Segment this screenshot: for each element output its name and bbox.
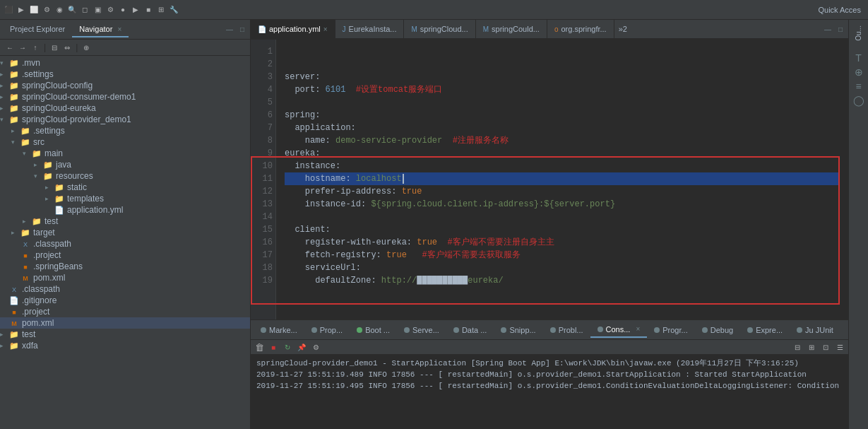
editor-area[interactable]: 12345678910111213141516171819 server: po… [251,40,848,319]
tree-arrow-mvn[interactable]: ▾ [0,59,8,66]
bottom-tab-4[interactable]: Data ... [446,323,494,337]
tree-arrow-xdfa[interactable]: ▸ [0,342,8,349]
toolbar-icon-1[interactable]: ⬛ [3,4,14,16]
toolbar-icon-8[interactable]: ▣ [92,4,103,16]
right-sidebar-icon-3[interactable]: ≡ [855,81,861,92]
bottom-tab-1[interactable]: Prop... [304,323,350,337]
console-layout-2[interactable]: ⊞ [806,341,817,353]
tree-arrow-springcloud-eureka[interactable]: ▸ [0,105,8,112]
bottom-tab-9[interactable]: Debug [695,323,740,337]
editor-tab-springcloud1[interactable]: M springCloud... [404,20,475,39]
tree-item-pom-xml[interactable]: Mpom.xml [0,272,250,283]
toolbar-icon-4[interactable]: ⚙ [41,4,52,16]
nav-up-icon[interactable]: ↑ [30,42,41,53]
navigator-close[interactable]: × [117,25,121,33]
tree-item-test[interactable]: ▸📁test [0,216,250,227]
editor-tab-application-yml[interactable]: 📄 application.yml × [251,20,335,39]
tree-item-application-yml[interactable]: 📄application.yml [0,204,250,216]
bottom-tab-3[interactable]: Serve... [397,323,446,337]
tree-item-classpath3[interactable]: X.classpath [0,283,250,295]
tree-arrow-templates[interactable]: ▸ [45,195,54,202]
toolbar-icon-11[interactable]: ▶ [130,4,141,16]
toolbar-icon-14[interactable]: 🔧 [168,4,179,16]
tab-overflow[interactable]: »2 [614,25,631,33]
bottom-tab-close-7[interactable]: × [636,325,640,333]
console-layout-4[interactable]: ☰ [834,341,845,353]
tree-arrow-resources[interactable]: ▾ [34,172,42,180]
nav-forward-icon[interactable]: → [17,42,28,53]
console-stop-icon[interactable]: ■ [268,341,279,353]
bottom-tab-8[interactable]: Progr... [647,323,694,337]
bottom-tab-6[interactable]: Probl... [543,323,590,337]
bottom-tab-11[interactable]: Ju JUnit [790,323,840,337]
tree-item-java[interactable]: ▸📁java [0,159,250,170]
tree-item-src[interactable]: ▾📁src [0,136,250,148]
tree-arrow-springcloud-provider[interactable]: ▾ [0,116,8,123]
toolbar-icon-7[interactable]: ◻ [79,4,90,16]
tree-item-resources[interactable]: ▾📁resources [0,170,250,182]
bottom-tab-2[interactable]: Boot ... [350,323,397,337]
tree-arrow-src[interactable]: ▾ [11,139,20,146]
editor-tab-orgspring[interactable]: o org.springfr... [547,20,614,39]
editor-minimize-icon[interactable]: — [823,24,833,34]
toolbar-icon-9[interactable]: ⚙ [105,4,116,16]
tree-item-project2[interactable]: ■.project [0,249,250,261]
toolbar-icon-6[interactable]: 🔍 [66,4,78,16]
tab-navigator[interactable]: Navigator × [72,22,129,37]
console-restart-icon[interactable]: ↻ [282,341,293,353]
tree-arrow-test2[interactable]: ▸ [0,331,8,338]
toolbar-icon-12[interactable]: ■ [143,4,154,16]
minimize-icon[interactable]: — [225,25,234,35]
editor-maximize-icon[interactable]: □ [836,24,845,34]
tree-arrow-java[interactable]: ▸ [34,161,42,168]
tree-item-gitignore[interactable]: 📄.gitignore [0,295,250,306]
tree-arrow-static[interactable]: ▸ [45,184,54,191]
tree-item-main[interactable]: ▾📁main [0,148,250,159]
tree-arrow-springcloud-consumer[interactable]: ▸ [0,93,8,100]
tree-item-pom-xml2[interactable]: Mpom.xml [0,317,250,329]
right-sidebar-icon-1[interactable]: T [855,52,862,64]
console-clear-icon[interactable]: 🗑 [254,341,265,353]
tree-item-static[interactable]: ▸📁static [0,182,250,193]
tree-item-springcloud-provider[interactable]: ▾📁springCloud-provider_demo1 [0,114,250,125]
console-layout-3[interactable]: ⊡ [820,341,831,353]
toolbar-icon-10[interactable]: ● [117,4,129,16]
collapse-all-icon[interactable]: ⊟ [49,42,60,53]
bottom-tab-7[interactable]: Cons...× [590,322,648,338]
right-sidebar-icon-4[interactable]: ◯ [853,95,864,106]
tree-item-classpath2[interactable]: X.classpath [0,238,250,249]
right-sidebar-icon-2[interactable]: ⊕ [855,66,863,78]
outline-label[interactable]: Ou... [855,23,862,44]
console-settings-icon[interactable]: ⚙ [310,341,321,353]
bottom-tab-10[interactable]: Expre... [740,323,790,337]
link-with-editor-icon[interactable]: ⇔ [61,42,73,53]
nav-back-icon[interactable]: ← [4,42,16,53]
tree-item-mvn[interactable]: ▾📁.mvn [0,57,250,69]
maximize-icon[interactable]: □ [237,25,247,35]
bottom-tab-5[interactable]: Snipp... [494,323,542,337]
code-content[interactable]: server: port: 6101 #设置tomcat服务端口 spring:… [276,40,848,319]
tree-item-project3[interactable]: ■.project [0,306,250,317]
tree-arrow-settings[interactable]: ▸ [0,71,8,78]
tab-project-explorer[interactable]: Project Explorer [3,22,72,37]
console-pin-icon[interactable]: 📌 [296,341,307,353]
tree-arrow-test[interactable]: ▸ [23,218,31,225]
toolbar-icon-5[interactable]: ◉ [54,4,65,16]
editor-tab-eureka[interactable]: J EurekaInsta... [335,20,405,39]
tree-item-springcloud-config[interactable]: ▸📁springCloud-config [0,80,250,91]
tree-arrow-main[interactable]: ▾ [23,150,31,157]
toolbar-icon-3[interactable]: ⬜ [28,4,40,16]
toolbar-icon-13[interactable]: ⊞ [155,4,167,16]
bottom-tab-0[interactable]: Marke... [254,323,304,337]
toolbar-icon-2[interactable]: ▶ [16,4,27,16]
tree-arrow-springcloud-config[interactable]: ▸ [0,82,8,89]
tree-item-test2[interactable]: ▸📁test [0,329,250,340]
tree-item-xdfa[interactable]: ▸📁xdfa [0,340,250,351]
tree-arrow-target[interactable]: ▸ [11,229,20,236]
tree-item-settings[interactable]: ▸📁.settings [0,69,250,80]
tree-item-target[interactable]: ▸📁target [0,227,250,238]
tree-item-templates[interactable]: ▸📁templates [0,193,250,204]
tree-item-springcloud-eureka[interactable]: ▸📁springCloud-eureka [0,102,250,114]
tree-item-settings2[interactable]: ▸📁.settings [0,125,250,136]
tree-item-springcloud-consumer[interactable]: ▸📁springCloud-consumer-demo1 [0,91,250,102]
